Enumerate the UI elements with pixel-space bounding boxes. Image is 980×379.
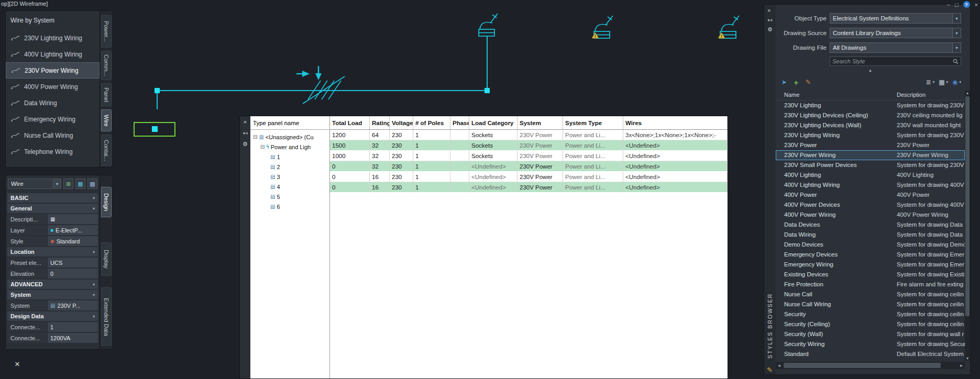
- section-advanced[interactable]: ADVANCED▾: [7, 280, 98, 289]
- tool-palette-item[interactable]: 230V Power Wiring: [6, 62, 100, 79]
- style-row[interactable]: 230V Lighting Devices (Ceiling) 230V cei…: [776, 110, 965, 120]
- tool-palette-item[interactable]: 400V Lighting Wiring: [6, 46, 100, 62]
- minimize-button[interactable]: −: [946, 2, 950, 8]
- tool-palette-item[interactable]: Emergency Wiring: [6, 111, 100, 127]
- style-row[interactable]: Fire Protection Fire alarm and fire exti…: [776, 280, 965, 289]
- style-row[interactable]: 230V Lighting System for drawing 230V: [776, 101, 965, 110]
- palette-tab[interactable]: Wire: [101, 109, 112, 131]
- style-row[interactable]: Emergency Devices System for drawing Eme…: [776, 250, 965, 260]
- select-objects-icon[interactable]: ▩: [87, 179, 97, 189]
- properties-menu-icon[interactable]: ⚙: [243, 141, 248, 147]
- tree-node-circuit[interactable]: ▤ 2: [250, 162, 329, 172]
- style-row[interactable]: Security (Wall) System for drawing wall …: [776, 329, 965, 339]
- property-row-style[interactable]: Style ◆Standard: [7, 236, 98, 246]
- list-view-icon[interactable]: ≣: [926, 79, 931, 86]
- properties-tab[interactable]: Display: [101, 242, 112, 276]
- column-header[interactable]: Voltage: [390, 116, 413, 129]
- collapse-icon[interactable]: ⊟: [253, 134, 257, 140]
- style-row[interactable]: 230V Power 230V Power: [776, 140, 965, 150]
- drawing-file-dropdown[interactable]: All Drawings ▾: [830, 42, 961, 53]
- scrollbar-thumb[interactable]: [965, 96, 970, 316]
- circuit-row[interactable]: 1000 32 230 1 Sockets 230V Power Power a…: [330, 151, 728, 161]
- object-filter-select[interactable]: Wire ▾: [8, 179, 61, 189]
- style-row[interactable]: Data Wiring System for drawing Data: [776, 230, 965, 240]
- properties-menu-icon[interactable]: ⚙: [767, 27, 773, 32]
- style-row[interactable]: 230V Small Power Devices System for draw…: [776, 160, 965, 170]
- palette-tab[interactable]: Contai...: [101, 135, 112, 166]
- property-row-connected-circuits[interactable]: Connecte... 1: [7, 322, 98, 332]
- palette-tab[interactable]: Panel: [101, 83, 112, 106]
- circuit-row[interactable]: 0 16 230 1 <Undefined> 230V Power Power …: [330, 172, 728, 182]
- circuit-row[interactable]: 0 32 230 1 <Undefined> 230V Power Power …: [330, 161, 728, 172]
- style-row[interactable]: Demo Devices System for drawing Demo: [776, 240, 965, 250]
- chevron-down-icon[interactable]: ▾: [959, 80, 961, 84]
- preview-sphere-icon[interactable]: ◉: [952, 79, 957, 86]
- tool-palette-item[interactable]: Data Wiring: [6, 95, 100, 111]
- selected-device[interactable]: [134, 122, 175, 136]
- style-row[interactable]: 400V Power Devices System for drawing 40…: [776, 200, 965, 210]
- style-row[interactable]: Nurse Call System for drawing ceilin: [776, 289, 965, 299]
- chevron-down-icon[interactable]: ▾: [53, 179, 61, 188]
- description-column-header[interactable]: Description: [897, 92, 926, 98]
- viewport-label[interactable]: op][2D Wireframe]: [1, 1, 48, 7]
- chevron-down-icon[interactable]: ▾: [952, 28, 961, 38]
- style-row[interactable]: Security Wiring System for drawing Secur: [776, 339, 965, 349]
- vertical-scrollbar[interactable]: ▴ ▾: [965, 91, 970, 361]
- autohide-icon[interactable]: ↤: [243, 130, 247, 136]
- property-row-connected-load[interactable]: Connecte... 1200VA: [7, 333, 98, 343]
- tool-palette-item[interactable]: Telephone Wiring: [6, 143, 100, 160]
- quick-select-icon[interactable]: ▦: [75, 179, 85, 189]
- tool-palette-item[interactable]: Nurse Call Wiring: [6, 127, 100, 143]
- pencil-icon[interactable]: ✎: [767, 366, 773, 374]
- property-row-elevation[interactable]: Elevation 0: [7, 269, 98, 278]
- collapse-icon[interactable]: ⊟: [260, 144, 265, 150]
- palette-tab[interactable]: Power...: [101, 15, 112, 48]
- tool-palette-item[interactable]: 230V Lighting Wiring: [6, 30, 100, 46]
- column-header[interactable]: Wires: [623, 116, 728, 129]
- tree-node-circuit[interactable]: ▤ 1: [250, 152, 329, 162]
- tree-node-circuit[interactable]: ▤ 6: [250, 202, 329, 211]
- properties-tab[interactable]: Extended Data: [101, 287, 112, 346]
- close-button[interactable]: ×: [975, 2, 978, 8]
- style-row[interactable]: 400V Lighting 400V Lighting: [776, 170, 965, 180]
- section-location[interactable]: Location▾: [7, 247, 98, 257]
- tree-node-power-and-lighting[interactable]: ⊟ ϟ Power and Ligh: [250, 142, 329, 152]
- tree-node-circuit[interactable]: ▤ 5: [250, 192, 329, 202]
- scroll-right-icon[interactable]: ▸: [958, 363, 965, 368]
- column-header[interactable]: System Type: [563, 116, 623, 129]
- style-row[interactable]: Nurse Call Wiring System for drawing cei…: [776, 299, 965, 309]
- horizontal-scrollbar[interactable]: ◂ ▸: [776, 362, 965, 369]
- help-button[interactable]: ?: [963, 1, 970, 8]
- section-general[interactable]: General▾: [7, 204, 98, 213]
- autohide-icon[interactable]: ↤: [767, 17, 772, 23]
- style-row[interactable]: Existing Devices System for drawing Exis…: [776, 270, 965, 280]
- scroll-left-icon[interactable]: ◂: [776, 363, 783, 368]
- collapse-arrow-icon[interactable]: ▴: [776, 68, 965, 73]
- circuit-row[interactable]: 1200 64 230 1 Sockets 230V Power Power a…: [330, 130, 728, 140]
- pickadd-toggle-icon[interactable]: ⊞: [63, 179, 73, 189]
- style-row[interactable]: Security (Ceiling) System for drawing ce…: [776, 319, 965, 329]
- chevron-down-icon[interactable]: ▾: [946, 80, 948, 84]
- import-style-icon[interactable]: ➤: [780, 77, 788, 87]
- column-header[interactable]: Total Load: [330, 116, 370, 129]
- add-style-icon[interactable]: +: [792, 77, 800, 87]
- style-row[interactable]: Emergency Wiring System for drawing Emer: [776, 260, 965, 270]
- grid-view-icon[interactable]: ▦: [939, 79, 944, 86]
- close-icon[interactable]: ×: [15, 359, 20, 370]
- chevron-down-icon[interactable]: ▾: [933, 80, 935, 84]
- scrollbar-thumb[interactable]: [784, 363, 941, 368]
- properties-tab[interactable]: Design: [101, 187, 112, 217]
- property-row-system[interactable]: System ▤230V P...: [7, 300, 98, 310]
- section-system[interactable]: System▾: [7, 290, 98, 299]
- tree-node-circuit[interactable]: ▤ 4: [250, 182, 329, 192]
- light-fixture-device[interactable]: [479, 14, 498, 36]
- search-input[interactable]: [830, 58, 953, 64]
- chevron-down-icon[interactable]: ▾: [952, 14, 961, 23]
- section-design-data[interactable]: Design Data▾: [7, 311, 98, 321]
- close-icon[interactable]: ×: [767, 8, 770, 14]
- restore-button[interactable]: □: [955, 2, 959, 8]
- scroll-down-icon[interactable]: ▾: [966, 356, 968, 361]
- tree-node-unassigned[interactable]: ⊟ ▥ <Unassigned> (Cu: [250, 132, 329, 142]
- style-row[interactable]: 400V Power Wiring 400V Power Wiring: [776, 210, 965, 220]
- apply-style-icon[interactable]: ✎: [804, 77, 812, 87]
